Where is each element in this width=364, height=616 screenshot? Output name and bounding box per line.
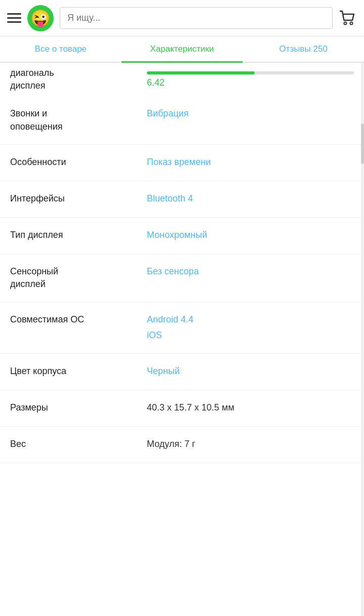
spec-label-display-type: Тип дисплея [10,229,147,241]
spec-label-interfaces: Интерфейсы [10,192,147,205]
spec-row-dimensions: Размеры 40.3 x 15.7 x 10.5 мм [0,390,364,427]
spec-row-touchscreen: Сенсорныйдисплей Без сенсора [0,254,364,302]
spec-value-diagonal: 6.42 [147,77,354,88]
search-input[interactable] [60,7,333,29]
spec-value-os-android[interactable]: Android 4.4 [147,313,354,326]
spec-value-features[interactable]: Показ времени [147,156,354,169]
spec-row-display-type: Тип дисплея Монохромный [0,218,364,254]
spec-row-os: Совместимая ОС Android 4.4 iOS [0,302,364,353]
tab-about[interactable]: Все о товаре [0,37,122,61]
spec-value-dimensions: 40.3 x 15.7 x 10.5 мм [147,401,354,414]
spec-label-weight: Вес [10,438,147,450]
svg-point-1 [350,22,353,24]
logo: 😜 [27,5,54,31]
spec-label-color: Цвет корпуса [10,365,147,378]
spec-label-ringtones: Звонки иоповещения [10,107,147,133]
spec-value-weight: Модуля: 7 г [147,438,354,450]
tab-specs[interactable]: Характеристики [122,37,243,63]
spec-row-diagonal: диагональдисплея 6.42 [0,63,364,96]
spec-value-display-type[interactable]: Монохромный [147,229,354,241]
spec-row-color: Цвет корпуса Черный [0,354,364,390]
scrollbar-thumb[interactable] [361,124,364,164]
spec-label-touchscreen: Сенсорныйдисплей [10,265,147,291]
spec-label-features: Особенности [10,156,147,169]
spec-label-dimensions: Размеры [10,401,147,414]
spec-value-os: Android 4.4 iOS [147,313,354,342]
spec-value-interfaces[interactable]: Bluetooth 4 [147,192,354,205]
spec-label-diagonal: диагональдисплея [10,67,147,92]
spec-label-os: Совместимая ОС [10,313,147,326]
spec-value-os-ios[interactable]: iOS [147,329,354,342]
spec-value-ringtones[interactable]: Вибрация [147,107,354,120]
svg-point-0 [344,22,347,24]
logo-icon: 😜 [30,10,51,26]
tab-bar: Все о товаре Характеристики Отзывы 250 [0,36,364,63]
specs-content: диагональдисплея 6.42 Звонки иоповещения… [0,63,364,463]
spec-row-weight: Вес Модуля: 7 г [0,427,364,463]
scrollbar-track[interactable] [361,63,364,616]
menu-button[interactable] [7,13,21,23]
spec-row-ringtones: Звонки иоповещения Вибрация [0,96,364,144]
tab-reviews[interactable]: Отзывы 250 [242,37,364,61]
spec-row-features: Особенности Показ времени [0,145,364,181]
progress-bar [147,71,354,74]
spec-value-touchscreen[interactable]: Без сенсора [147,265,354,278]
progress-fill [147,71,255,74]
spec-row-interfaces: Интерфейсы Bluetooth 4 [0,181,364,218]
app-header: 😜 [0,0,364,36]
cart-button[interactable] [339,10,357,26]
spec-value-color[interactable]: Черный [147,365,354,378]
